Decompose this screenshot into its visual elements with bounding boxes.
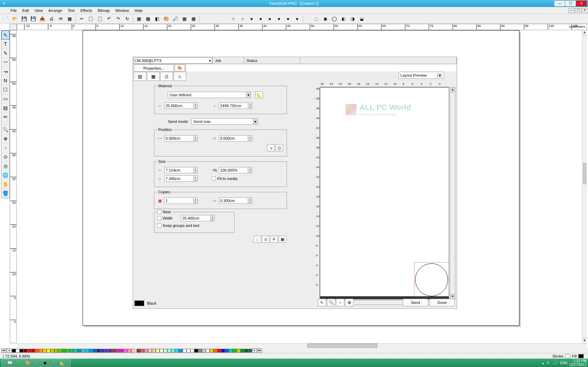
palette-swatch[interactable] bbox=[244, 349, 248, 353]
menu-edit[interactable]: Edit bbox=[20, 8, 32, 13]
palette-swatch[interactable] bbox=[112, 349, 116, 353]
menu-bitmap[interactable]: Bitmap bbox=[95, 8, 112, 13]
palette-swatch[interactable] bbox=[58, 349, 62, 353]
select-tool[interactable]: ↖ bbox=[1, 30, 9, 40]
cut[interactable]: ✂ bbox=[77, 15, 86, 23]
done-button[interactable]: Done bbox=[429, 299, 455, 306]
palette-swatch[interactable] bbox=[16, 349, 20, 353]
color-spec[interactable]: 🔎 bbox=[171, 15, 180, 23]
rect-tool[interactable]: ▭ bbox=[1, 94, 9, 103]
nest-width-input[interactable]: 25.400cm bbox=[181, 215, 210, 221]
email[interactable]: ✉ bbox=[56, 15, 65, 23]
palette-swatch[interactable] bbox=[206, 349, 210, 353]
preview-v-scrollbar[interactable]: ▴▾ bbox=[450, 87, 455, 299]
shape3[interactable]: ● bbox=[247, 15, 256, 23]
palette-swatch[interactable] bbox=[221, 349, 225, 353]
rip[interactable]: ▦ bbox=[65, 15, 74, 23]
nest-keep-checkbox[interactable] bbox=[157, 223, 161, 228]
path-tool[interactable]: ↝ bbox=[1, 67, 9, 76]
palette-swatch[interactable] bbox=[131, 349, 135, 353]
menu-window[interactable]: Window bbox=[112, 8, 132, 13]
palette-prev[interactable]: ◂ bbox=[7, 348, 12, 353]
option-btn-2[interactable]: ⎙ bbox=[262, 236, 270, 243]
fill-swatch[interactable] bbox=[578, 354, 584, 358]
palette-swatch[interactable] bbox=[116, 349, 120, 353]
palette-swatch[interactable] bbox=[74, 349, 77, 353]
nest-width-spinner[interactable]: ▴▾ bbox=[210, 215, 215, 221]
palette-swatch[interactable] bbox=[217, 349, 221, 353]
size-height-input[interactable]: 7.345cm bbox=[164, 175, 194, 182]
shape6[interactable]: ● bbox=[275, 15, 283, 23]
palette-swatch[interactable] bbox=[187, 349, 190, 353]
tray-volume-icon[interactable]: 🔊 bbox=[553, 361, 557, 365]
undo[interactable]: ↶ bbox=[105, 15, 113, 23]
n-tool[interactable]: N bbox=[1, 76, 9, 85]
taskbar-start[interactable]: 📖 bbox=[1, 359, 18, 367]
material-type-select[interactable]: User defined bbox=[168, 92, 251, 98]
text-tool[interactable]: T bbox=[1, 40, 9, 49]
horizontal-ruler[interactable]: -10-505101520253035404550556065707580859… bbox=[17, 24, 587, 30]
palette-swatch[interactable] bbox=[39, 349, 43, 353]
palette-swatch[interactable] bbox=[89, 349, 93, 353]
palette-swatch[interactable] bbox=[27, 349, 31, 353]
zoom-tool[interactable]: 🔍 bbox=[1, 125, 9, 134]
shape4[interactable]: ● bbox=[257, 15, 265, 23]
palette-swatch[interactable] bbox=[81, 349, 85, 353]
copies-spacing-input[interactable]: 0.300cm bbox=[219, 198, 248, 204]
redo[interactable]: ↷ bbox=[114, 15, 122, 23]
copies-count-input[interactable]: 1 bbox=[164, 198, 194, 204]
palette-swatch[interactable] bbox=[97, 349, 100, 353]
palette-swatch[interactable] bbox=[93, 349, 97, 353]
color-mixer[interactable]: 🎨 bbox=[162, 15, 170, 23]
paste[interactable]: 📋 bbox=[96, 15, 104, 23]
nest-checkbox[interactable] bbox=[157, 210, 161, 214]
fill-tool[interactable]: 🪣 bbox=[1, 189, 9, 198]
palette-swatch[interactable] bbox=[136, 349, 140, 353]
nest-width-checkbox[interactable] bbox=[157, 216, 161, 220]
palette-swatch[interactable] bbox=[23, 349, 27, 353]
menu-help[interactable]: Help bbox=[132, 8, 146, 13]
save[interactable]: 💾 bbox=[20, 15, 28, 23]
device-select[interactable]: CM-300@LPT3: bbox=[133, 57, 212, 64]
shape7[interactable]: ● bbox=[284, 15, 292, 23]
palette-swatch[interactable] bbox=[35, 349, 39, 353]
preview-page-tool[interactable]: ▫ bbox=[336, 299, 344, 306]
palette-swatch[interactable] bbox=[210, 349, 214, 353]
tray-language[interactable]: ENG bbox=[560, 361, 568, 365]
menu-view[interactable]: View bbox=[32, 8, 46, 13]
horizontal-scrollbar[interactable] bbox=[17, 343, 587, 348]
palette-swatch[interactable] bbox=[124, 349, 127, 353]
tray-clock[interactable]: 1:31 PM 12/27/2012 bbox=[569, 359, 587, 367]
knife-tool[interactable]: 〰 bbox=[1, 58, 9, 67]
import[interactable]: 📥 bbox=[38, 15, 47, 23]
position-y-spinner[interactable]: ▴▾ bbox=[248, 135, 252, 141]
tab-general[interactable]: ▨ bbox=[134, 72, 146, 81]
palette-swatch[interactable] bbox=[190, 349, 194, 353]
palette-swatch[interactable] bbox=[240, 349, 244, 353]
minimize-button[interactable]: — bbox=[554, 1, 565, 6]
zoom-in-tool[interactable]: ⊕ bbox=[1, 134, 9, 143]
palette-swatch[interactable] bbox=[70, 349, 74, 353]
palette-swatch[interactable] bbox=[214, 349, 217, 353]
mdi-restore[interactable]: ☐ bbox=[575, 8, 581, 13]
palette-first[interactable]: ⏮ bbox=[1, 348, 6, 353]
palette-last[interactable]: ⏭ bbox=[257, 348, 262, 353]
palette-swatch[interactable] bbox=[179, 349, 183, 353]
position-x-spinner[interactable]: ▴▾ bbox=[194, 135, 198, 141]
preview-zoom-fit-tool[interactable]: ⊕ bbox=[345, 299, 354, 306]
effect5[interactable]: ◑ bbox=[348, 15, 357, 23]
position-y-input[interactable]: 0.000cm bbox=[219, 135, 248, 141]
zoom-page-tool[interactable]: ▫ bbox=[1, 143, 9, 152]
palette-swatch[interactable] bbox=[104, 349, 108, 353]
palette-next[interactable]: ▸ bbox=[252, 348, 257, 353]
bezier-tool[interactable]: ✎ bbox=[1, 49, 9, 58]
palette-swatch[interactable] bbox=[163, 349, 167, 353]
menu-file[interactable]: File bbox=[8, 8, 20, 13]
copy[interactable]: 📋 bbox=[86, 15, 95, 23]
shape2[interactable]: ○ bbox=[238, 15, 247, 23]
palette-swatch[interactable] bbox=[156, 349, 160, 353]
palette-swatch[interactable] bbox=[144, 349, 148, 353]
material-height-input[interactable]: 2499.792cm bbox=[219, 103, 248, 109]
effect1[interactable]: ◌ bbox=[312, 15, 320, 23]
palette-swatch[interactable] bbox=[43, 349, 47, 353]
